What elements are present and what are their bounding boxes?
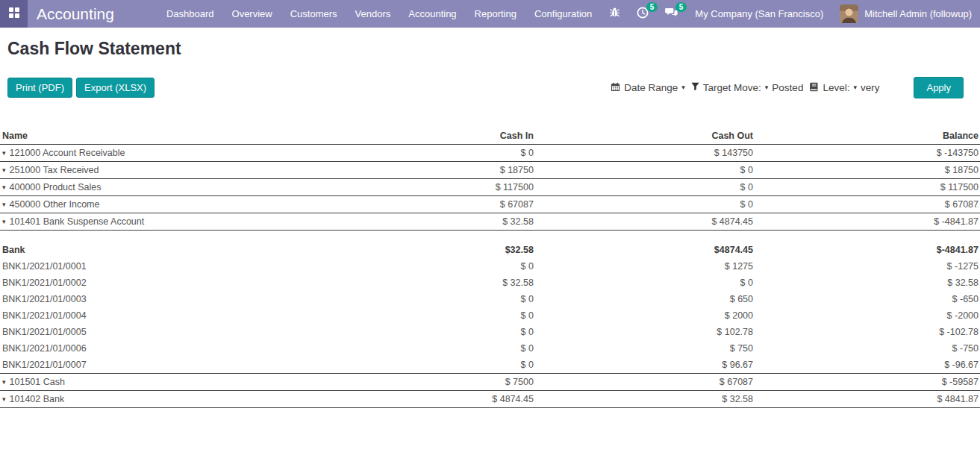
- nav-item-label: Dashboard: [166, 8, 214, 19]
- nav-item-label: Accounting: [408, 8, 456, 19]
- row-name: BNK1/2021/01/0005: [2, 327, 87, 337]
- row-cash-out: $ 0: [535, 179, 755, 196]
- row-balance: $-4841.87: [755, 231, 980, 259]
- row-cash-in: $32.58: [411, 231, 534, 259]
- row-name: 450000 Other Income: [10, 199, 100, 210]
- systray: 5 5 My Company (San Francisco) Mitchell …: [601, 0, 980, 28]
- company-switcher[interactable]: My Company (San Francisco): [686, 8, 832, 19]
- nav-item-dashboard[interactable]: Dashboard: [157, 0, 223, 28]
- row-name: Bank: [2, 245, 25, 255]
- apply-button[interactable]: Apply: [914, 77, 964, 98]
- bug-icon: [609, 7, 620, 21]
- app-brand[interactable]: Accounting: [28, 0, 125, 28]
- level-filter[interactable]: Level: ▾ very: [809, 82, 879, 94]
- level-value: very: [861, 82, 880, 93]
- chevron-down-icon: ▾: [853, 84, 857, 91]
- nav-item-customers[interactable]: Customers: [281, 0, 346, 28]
- expand-caret-icon[interactable]: ▾: [2, 166, 6, 174]
- activities-menu-button[interactable]: 5: [628, 0, 657, 28]
- nav-item-configuration[interactable]: Configuration: [525, 0, 601, 28]
- report-filters: Date Range ▾ Target Move: ▾ Posted: [605, 77, 964, 98]
- row-balance: $ 4841.87: [755, 391, 980, 408]
- row-cash-out: $ 102.78: [535, 324, 755, 340]
- row-cash-in: $ 67087: [411, 196, 534, 213]
- row-balance: $ 32.58: [755, 275, 980, 291]
- table-row: BNK1/2021/01/0001 $ 0 $ 1275 $ -1275: [0, 258, 980, 275]
- row-cash-out: $ 32.58: [535, 391, 755, 408]
- row-cash-in: $ 0: [411, 291, 534, 307]
- row-name: BNK1/2021/01/0007: [2, 360, 87, 370]
- expand-caret-icon[interactable]: ▾: [2, 218, 6, 225]
- row-name: 101401 Bank Suspense Account: [10, 216, 145, 227]
- table-row: ▾101402 Bank $ 4874.45 $ 32.58 $ 4841.87: [0, 391, 980, 408]
- target-move-label: Target Move:: [703, 82, 761, 93]
- avatar[interactable]: [840, 4, 858, 23]
- table-row: ▾121000 Account Receivable $ 0 $ 143750 …: [0, 145, 980, 162]
- target-move-value: Posted: [772, 82, 803, 93]
- table-row: ▾251000 Tax Received $ 18750 $ 0 $ 18750: [0, 162, 980, 179]
- nav-menu: DashboardOverviewCustomersVendorsAccount…: [157, 0, 601, 28]
- expand-caret-icon[interactable]: ▾: [2, 149, 6, 157]
- row-balance: $ 67087: [755, 196, 980, 213]
- row-cash-out: $4874.45: [535, 231, 755, 259]
- nav-item-label: Vendors: [355, 8, 391, 19]
- row-cash-in: $ 32.58: [411, 275, 534, 291]
- row-cash-out: $ 2000: [535, 307, 755, 324]
- nav-item-reporting[interactable]: Reporting: [466, 0, 525, 28]
- apps-grid-icon: [9, 7, 19, 21]
- activities-badge: 5: [646, 2, 658, 12]
- date-range-filter[interactable]: Date Range ▾: [611, 82, 685, 94]
- row-name: BNK1/2021/01/0002: [2, 278, 87, 288]
- nav-item-accounting[interactable]: Accounting: [399, 0, 465, 28]
- row-cash-out: $ 750: [535, 340, 755, 357]
- messages-menu-button[interactable]: 5: [657, 0, 686, 28]
- row-name: 251000 Tax Received: [10, 165, 99, 175]
- debug-menu-button[interactable]: [601, 0, 628, 28]
- export-buttons: Print (PDF) Export (XLSX): [7, 78, 155, 98]
- column-header-cash-out: Cash Out: [535, 128, 755, 145]
- expand-caret-icon[interactable]: ▾: [2, 395, 6, 403]
- table-row: BNK1/2021/01/0007 $ 0 $ 96.67 $ -96.67: [0, 357, 980, 374]
- row-name: BNK1/2021/01/0001: [2, 261, 87, 272]
- expand-caret-icon[interactable]: ▾: [2, 201, 6, 208]
- date-range-label: Date Range: [624, 82, 678, 93]
- report-page: Cash Flow Statement Print (PDF) Export (…: [0, 39, 980, 408]
- nav-item-vendors[interactable]: Vendors: [346, 0, 400, 28]
- level-label: Level:: [823, 82, 849, 93]
- row-balance: $ -96.67: [755, 357, 980, 374]
- nav-item-label: Configuration: [534, 8, 592, 19]
- apps-menu-button[interactable]: [0, 0, 28, 28]
- row-balance: $ -650: [755, 291, 980, 307]
- row-cash-in: $ 18750: [411, 162, 534, 179]
- cash-flow-table: Name Cash In Cash Out Balance ▾121000 Ac…: [0, 128, 980, 408]
- row-balance: $ -143750: [755, 145, 980, 162]
- funnel-icon: [691, 82, 699, 93]
- row-name: BNK1/2021/01/0003: [2, 294, 87, 304]
- table-row: ▾400000 Product Sales $ 117500 $ 0 $ 117…: [0, 179, 980, 196]
- row-balance: $ -102.78: [755, 324, 980, 340]
- row-cash-out: $ 143750: [535, 145, 755, 162]
- row-name: 101402 Bank: [10, 394, 65, 404]
- row-cash-in: $ 0: [411, 340, 534, 357]
- table-header-row: Name Cash In Cash Out Balance: [0, 128, 980, 145]
- print-pdf-button[interactable]: Print (PDF): [7, 78, 72, 98]
- column-header-name: Name: [0, 128, 411, 145]
- expand-caret-icon[interactable]: ▾: [2, 184, 6, 191]
- column-header-cash-in: Cash In: [411, 128, 534, 145]
- row-cash-out: $ 650: [535, 291, 755, 307]
- nav-item-overview[interactable]: Overview: [223, 0, 281, 28]
- row-balance: $ 18750: [755, 162, 980, 179]
- row-balance: $ -2000: [755, 307, 980, 324]
- table-row: ▾101501 Cash $ 7500 $ 67087 $ -59587: [0, 374, 980, 391]
- column-header-balance: Balance: [755, 128, 980, 145]
- expand-caret-icon[interactable]: ▾: [2, 378, 6, 386]
- row-cash-out: $ 0: [535, 162, 755, 179]
- target-move-filter[interactable]: Target Move: ▾ Posted: [691, 82, 804, 93]
- table-row: ▾101401 Bank Suspense Account $ 32.58 $ …: [0, 213, 980, 231]
- row-cash-in: $ 0: [411, 145, 534, 162]
- user-menu-button[interactable]: Mitchell Admin (followup): [864, 8, 980, 19]
- export-xlsx-button[interactable]: Export (XLSX): [76, 78, 155, 98]
- row-cash-in: $ 0: [411, 258, 534, 275]
- row-cash-in: $ 0: [411, 324, 534, 340]
- row-cash-out: $ 1275: [535, 258, 755, 275]
